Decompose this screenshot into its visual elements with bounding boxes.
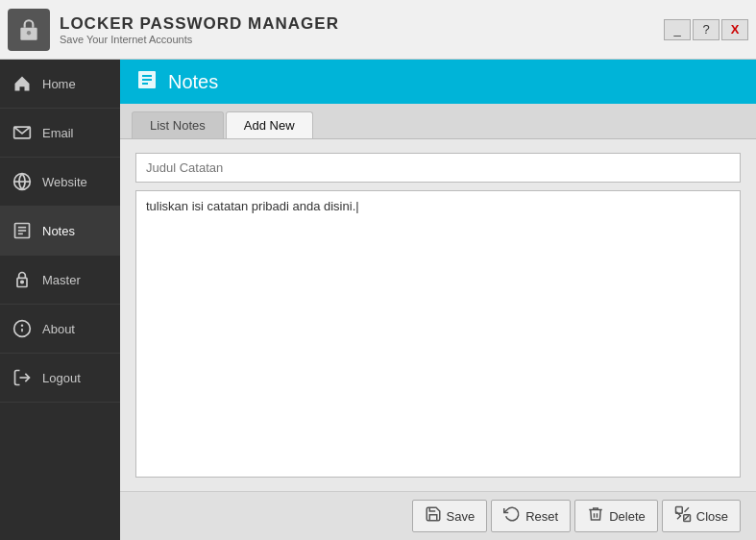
sidebar-label-logout: Logout bbox=[42, 371, 81, 385]
close-button[interactable]: Close bbox=[662, 500, 741, 532]
title-bar: LOCKER PASSWORD MANAGER Save Your Intern… bbox=[0, 0, 756, 60]
minimize-button[interactable]: _ bbox=[664, 19, 691, 40]
sidebar-item-website[interactable]: Website bbox=[0, 158, 120, 207]
reset-button[interactable]: Reset bbox=[491, 500, 571, 532]
app-subtitle: Save Your Internet Accounts bbox=[60, 34, 664, 45]
help-button[interactable]: ? bbox=[693, 19, 719, 40]
tab-add-new[interactable]: Add New bbox=[226, 111, 313, 138]
close-label: Close bbox=[696, 509, 728, 524]
form-area: tuliskan isi catatan pribadi anda disini… bbox=[120, 139, 756, 491]
sidebar-label-master: Master bbox=[42, 273, 81, 287]
sidebar-item-logout[interactable]: Logout bbox=[0, 354, 120, 403]
email-icon bbox=[12, 122, 33, 143]
title-input[interactable] bbox=[135, 153, 741, 183]
notes-icon bbox=[12, 220, 33, 241]
app-title: LOCKER PASSWORD MANAGER bbox=[60, 14, 664, 34]
sidebar-label-notes: Notes bbox=[42, 224, 75, 238]
save-icon bbox=[425, 505, 442, 527]
home-icon bbox=[12, 73, 33, 94]
about-icon bbox=[12, 318, 33, 339]
page-header: Notes bbox=[120, 60, 756, 104]
logout-icon bbox=[12, 367, 33, 388]
page-header-icon bbox=[135, 68, 159, 96]
reset-label: Reset bbox=[525, 509, 558, 524]
reset-icon bbox=[503, 505, 521, 527]
sidebar-item-master[interactable]: Master bbox=[0, 256, 120, 305]
sidebar-item-home[interactable]: Home bbox=[0, 60, 120, 109]
body-textarea[interactable]: tuliskan isi catatan pribadi anda disini… bbox=[135, 190, 741, 478]
main-layout: Home Email Website bbox=[0, 60, 756, 540]
content-area: Notes List Notes Add New tuliskan isi ca… bbox=[120, 60, 756, 540]
tab-bar: List Notes Add New bbox=[120, 104, 756, 139]
window-controls: _ ? X bbox=[664, 19, 748, 40]
master-icon bbox=[12, 269, 33, 290]
sidebar-label-website: Website bbox=[42, 175, 87, 189]
page-header-title: Notes bbox=[168, 71, 218, 93]
sidebar-label-home: Home bbox=[42, 77, 76, 91]
svg-point-10 bbox=[21, 281, 24, 283]
close-icon bbox=[674, 505, 692, 527]
footer-bar: Save Reset bbox=[120, 491, 756, 540]
sidebar: Home Email Website bbox=[0, 60, 120, 540]
tab-list-notes[interactable]: List Notes bbox=[132, 111, 224, 138]
delete-icon bbox=[587, 505, 604, 527]
save-button[interactable]: Save bbox=[412, 500, 488, 532]
save-label: Save bbox=[447, 509, 476, 524]
sidebar-label-email: Email bbox=[42, 126, 74, 140]
svg-point-1 bbox=[27, 31, 31, 35]
sidebar-label-about: About bbox=[42, 322, 75, 336]
website-icon bbox=[12, 171, 33, 192]
close-window-button[interactable]: X bbox=[721, 19, 748, 40]
delete-label: Delete bbox=[609, 509, 646, 524]
delete-button[interactable]: Delete bbox=[574, 500, 658, 532]
app-logo bbox=[8, 9, 50, 51]
sidebar-item-email[interactable]: Email bbox=[0, 109, 120, 158]
sidebar-item-notes[interactable]: Notes bbox=[0, 207, 120, 256]
app-title-block: LOCKER PASSWORD MANAGER Save Your Intern… bbox=[60, 14, 664, 45]
sidebar-item-about[interactable]: About bbox=[0, 305, 120, 354]
